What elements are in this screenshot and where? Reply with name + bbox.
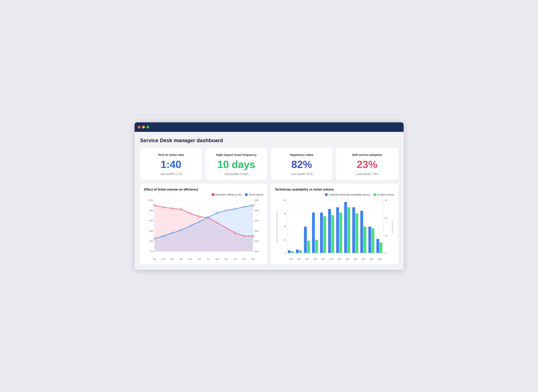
kpi-sub: Last quarter: 1:25 xyxy=(144,172,198,176)
svg-text:2600: 2600 xyxy=(254,209,258,212)
svg-text:45: 45 xyxy=(284,212,286,215)
svg-point-29 xyxy=(252,205,254,206)
svg-rect-68 xyxy=(315,240,318,253)
legend-item: Ticket volume xyxy=(245,193,263,196)
kpi-value: 10 days xyxy=(209,159,263,169)
svg-text:11pm: 11pm xyxy=(377,258,382,260)
svg-text:0: 0 xyxy=(285,252,286,254)
svg-text:3am: 3am xyxy=(297,258,301,260)
svg-text:Sep: Sep xyxy=(224,258,228,260)
kpi-sub: Last quarter: 9 days xyxy=(209,172,263,176)
svg-text:30: 30 xyxy=(284,225,286,228)
svg-point-19 xyxy=(163,235,164,237)
kpi-label: High impact issue frequency xyxy=(209,153,263,156)
svg-text:May: May xyxy=(188,258,192,260)
kpi-value: 82% xyxy=(275,159,329,169)
svg-point-26 xyxy=(225,210,227,211)
svg-text:Dec: Dec xyxy=(251,258,255,260)
line-chart-legend: Resolution efficiency (%)Ticket volume xyxy=(144,193,263,196)
svg-text:80%: 80% xyxy=(149,209,153,212)
svg-point-15 xyxy=(234,232,236,234)
svg-point-17 xyxy=(252,235,254,237)
svg-text:7pm: 7pm xyxy=(362,258,365,260)
legend-item: Collective technician availability (hour… xyxy=(325,193,370,196)
svg-text:Aug: Aug xyxy=(215,258,219,260)
svg-point-27 xyxy=(234,208,236,210)
svg-text:Collective technician availabi: Collective technician availability (hour… xyxy=(276,210,278,243)
svg-text:9pm: 9pm xyxy=(370,258,373,260)
line-chart-title: Effect of ticket volume on efficiency xyxy=(144,188,263,191)
svg-rect-84 xyxy=(380,243,382,253)
svg-text:1am: 1am xyxy=(289,258,293,260)
svg-point-28 xyxy=(243,206,245,208)
close-button[interactable] xyxy=(138,126,141,128)
svg-rect-66 xyxy=(307,241,310,253)
svg-text:40%: 40% xyxy=(149,230,153,232)
svg-point-20 xyxy=(171,232,173,234)
svg-rect-70 xyxy=(323,216,326,253)
svg-point-9 xyxy=(181,208,182,210)
svg-point-16 xyxy=(243,235,245,237)
kpi-value: 1:40 xyxy=(144,159,198,169)
bar-chart: 1am3am5am7am9am11am1pm3pm5pm7pm9pm11pm01… xyxy=(275,198,394,261)
svg-text:10: 10 xyxy=(385,234,387,237)
svg-rect-82 xyxy=(371,228,374,253)
main-content: Service Desk manager dashboard Tech to t… xyxy=(135,132,404,270)
legend-item: Incident volume xyxy=(374,193,394,196)
svg-rect-79 xyxy=(360,211,363,253)
svg-text:60%: 60% xyxy=(149,219,153,222)
svg-text:7am: 7am xyxy=(313,258,317,260)
svg-text:5am: 5am xyxy=(305,258,309,260)
svg-rect-83 xyxy=(376,239,379,253)
svg-text:3pm: 3pm xyxy=(345,258,349,260)
svg-text:1pm: 1pm xyxy=(338,258,341,260)
svg-point-24 xyxy=(207,216,209,218)
svg-rect-63 xyxy=(296,249,299,253)
svg-text:100%: 100% xyxy=(148,199,153,201)
kpi-label: Tech to ticket ratio xyxy=(144,153,198,156)
svg-text:0%: 0% xyxy=(150,250,153,252)
svg-rect-81 xyxy=(368,227,371,253)
svg-text:1400: 1400 xyxy=(254,240,258,242)
kpi-row: Tech to ticket ratio 1:40 Last quarter: … xyxy=(140,148,398,179)
svg-text:Incident volume: Incident volume xyxy=(392,220,394,233)
bar-chart-card: Technician availability vs ticket volume… xyxy=(271,184,398,264)
page-title: Service Desk manager dashboard xyxy=(140,137,398,144)
svg-text:3000: 3000 xyxy=(254,199,258,201)
charts-row: Effect of ticket volume on efficiency Re… xyxy=(140,184,398,264)
app-window: Service Desk manager dashboard Tech to t… xyxy=(135,122,404,270)
svg-point-14 xyxy=(225,227,227,229)
svg-rect-77 xyxy=(352,207,355,253)
svg-text:20%: 20% xyxy=(149,240,153,242)
maximize-button[interactable] xyxy=(147,126,149,128)
minimize-button[interactable] xyxy=(142,126,145,128)
kpi-value: 23% xyxy=(340,159,394,169)
kpi-sub: Last quarter: 81% xyxy=(275,172,329,176)
svg-rect-64 xyxy=(299,250,302,253)
svg-text:Jun: Jun xyxy=(198,258,201,260)
svg-rect-72 xyxy=(331,215,334,253)
kpi-card: Happiness index 82% Last quarter: 81% xyxy=(271,148,333,179)
legend-item: Resolution efficiency (%) xyxy=(212,193,242,196)
svg-rect-69 xyxy=(320,212,323,253)
svg-rect-71 xyxy=(328,209,331,253)
svg-rect-76 xyxy=(348,207,350,253)
svg-text:Mar: Mar xyxy=(171,258,174,260)
svg-point-13 xyxy=(216,222,218,224)
svg-rect-62 xyxy=(291,251,294,253)
bar-chart-legend: Collective technician availability (hour… xyxy=(275,193,394,196)
svg-rect-65 xyxy=(304,227,307,253)
svg-point-10 xyxy=(189,213,191,214)
svg-rect-74 xyxy=(339,212,342,253)
kpi-card: Self-service adoption 23% Last quarter: … xyxy=(336,148,398,179)
svg-point-21 xyxy=(181,229,182,231)
svg-rect-61 xyxy=(288,250,291,253)
kpi-card: Tech to ticket ratio 1:40 Last quarter: … xyxy=(140,148,202,179)
svg-rect-67 xyxy=(312,212,315,253)
svg-text:2200: 2200 xyxy=(254,219,258,222)
svg-text:Nov: Nov xyxy=(242,258,246,260)
svg-text:Apr: Apr xyxy=(180,258,183,260)
svg-text:0: 0 xyxy=(385,252,386,254)
svg-point-7 xyxy=(163,206,164,208)
svg-point-22 xyxy=(189,225,191,227)
